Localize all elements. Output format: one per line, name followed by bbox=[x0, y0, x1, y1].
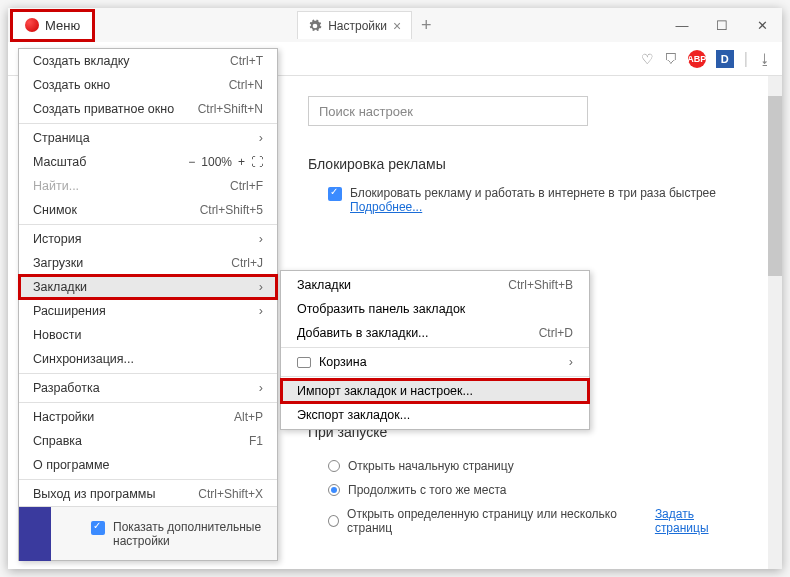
menu-help[interactable]: СправкаF1 bbox=[19, 429, 277, 453]
tab-title: Настройки bbox=[328, 19, 387, 33]
menu-history[interactable]: История› bbox=[19, 227, 277, 251]
menu-button[interactable]: Меню bbox=[10, 9, 95, 42]
set-pages-link[interactable]: Задать страницы bbox=[655, 507, 742, 535]
minimize-button[interactable]: — bbox=[662, 10, 702, 40]
menu-about[interactable]: О программе bbox=[19, 453, 277, 477]
menu-new-tab[interactable]: Создать вкладкуCtrl+T bbox=[19, 49, 277, 73]
folder-icon bbox=[297, 357, 311, 368]
submenu-export[interactable]: Экспорт закладок... bbox=[281, 403, 589, 427]
radio-icon bbox=[328, 515, 339, 527]
gear-icon bbox=[308, 19, 322, 33]
zoom-out-icon[interactable]: − bbox=[188, 155, 195, 169]
submenu-trash[interactable]: Корзина› bbox=[281, 350, 589, 374]
tab-settings[interactable]: Настройки × bbox=[297, 11, 412, 39]
fullscreen-icon[interactable]: ⛶ bbox=[251, 155, 263, 169]
menu-find: Найти...Ctrl+F bbox=[19, 174, 277, 198]
close-icon[interactable]: × bbox=[393, 18, 401, 34]
window-controls: — ☐ ✕ bbox=[662, 10, 782, 40]
browser-window: Меню Настройки × + — ☐ ✕ ♡ ⛉ ABP D | ⭳ П… bbox=[8, 8, 782, 569]
main-menu: Создать вкладкуCtrl+T Создать окноCtrl+N… bbox=[18, 48, 278, 561]
checkbox-icon bbox=[91, 521, 105, 535]
sidebar-toggle[interactable] bbox=[19, 507, 51, 561]
zoom-value: 100% bbox=[201, 155, 232, 169]
search-input[interactable]: Поиск настроек bbox=[308, 96, 588, 126]
menu-extensions[interactable]: Расширения› bbox=[19, 299, 277, 323]
close-button[interactable]: ✕ bbox=[742, 10, 782, 40]
menu-sync[interactable]: Синхронизация... bbox=[19, 347, 277, 371]
titlebar: Меню Настройки × + — ☐ ✕ bbox=[8, 8, 782, 42]
menu-bottom-bar: Показать дополнительные настройки bbox=[19, 506, 277, 560]
block-ads-label: Блокировать рекламу и работать в интерне… bbox=[350, 186, 716, 200]
menu-snapshot[interactable]: СнимокCtrl+Shift+5 bbox=[19, 198, 277, 222]
opera-icon bbox=[25, 18, 39, 32]
submenu-import[interactable]: Импорт закладок и настроек... bbox=[281, 379, 589, 403]
menu-settings[interactable]: НастройкиAlt+P bbox=[19, 405, 277, 429]
abp-icon[interactable]: ABP bbox=[688, 50, 706, 68]
menu-news[interactable]: Новости bbox=[19, 323, 277, 347]
submenu-bookmarks[interactable]: ЗакладкиCtrl+Shift+B bbox=[281, 273, 589, 297]
ads-section-title: Блокировка рекламы bbox=[308, 156, 742, 172]
more-link[interactable]: Подробнее... bbox=[350, 200, 422, 214]
menu-zoom[interactable]: Масштаб −100%+⛶ bbox=[19, 150, 277, 174]
scroll-thumb[interactable] bbox=[768, 96, 782, 276]
heart-icon[interactable]: ♡ bbox=[641, 51, 654, 67]
menu-new-window[interactable]: Создать окноCtrl+N bbox=[19, 73, 277, 97]
menu-downloads[interactable]: ЗагрузкиCtrl+J bbox=[19, 251, 277, 275]
show-advanced-checkbox[interactable]: Показать дополнительные настройки bbox=[91, 520, 263, 548]
startup-option-continue[interactable]: Продолжить с того же места bbox=[308, 478, 742, 502]
zoom-in-icon[interactable]: + bbox=[238, 155, 245, 169]
menu-new-private[interactable]: Создать приватное окноCtrl+Shift+N bbox=[19, 97, 277, 121]
d-extension-icon[interactable]: D bbox=[716, 50, 734, 68]
menu-button-label: Меню bbox=[45, 18, 80, 33]
tab-bar: Настройки × + bbox=[297, 8, 440, 42]
bookmarks-submenu: ЗакладкиCtrl+Shift+B Отобразить панель з… bbox=[280, 270, 590, 430]
maximize-button[interactable]: ☐ bbox=[702, 10, 742, 40]
block-ads-checkbox-row[interactable]: Блокировать рекламу и работать в интерне… bbox=[308, 186, 742, 214]
radio-icon bbox=[328, 460, 340, 472]
menu-page[interactable]: Страница› bbox=[19, 126, 277, 150]
submenu-show-bar[interactable]: Отобразить панель закладок bbox=[281, 297, 589, 321]
menu-bookmarks[interactable]: Закладки› bbox=[19, 275, 277, 299]
checkbox-icon bbox=[328, 187, 342, 201]
shield-icon[interactable]: ⛉ bbox=[664, 51, 678, 67]
radio-icon bbox=[328, 484, 340, 496]
search-placeholder: Поиск настроек bbox=[319, 104, 413, 119]
startup-option-specific[interactable]: Открыть определенную страницу или нескол… bbox=[308, 502, 742, 540]
menu-dev[interactable]: Разработка› bbox=[19, 376, 277, 400]
menu-exit[interactable]: Выход из программыCtrl+Shift+X bbox=[19, 482, 277, 506]
new-tab-button[interactable]: + bbox=[412, 11, 440, 39]
scrollbar[interactable] bbox=[768, 76, 782, 569]
startup-option-home[interactable]: Открыть начальную страницу bbox=[308, 454, 742, 478]
submenu-add[interactable]: Добавить в закладки...Ctrl+D bbox=[281, 321, 589, 345]
download-icon[interactable]: ⭳ bbox=[758, 51, 772, 67]
